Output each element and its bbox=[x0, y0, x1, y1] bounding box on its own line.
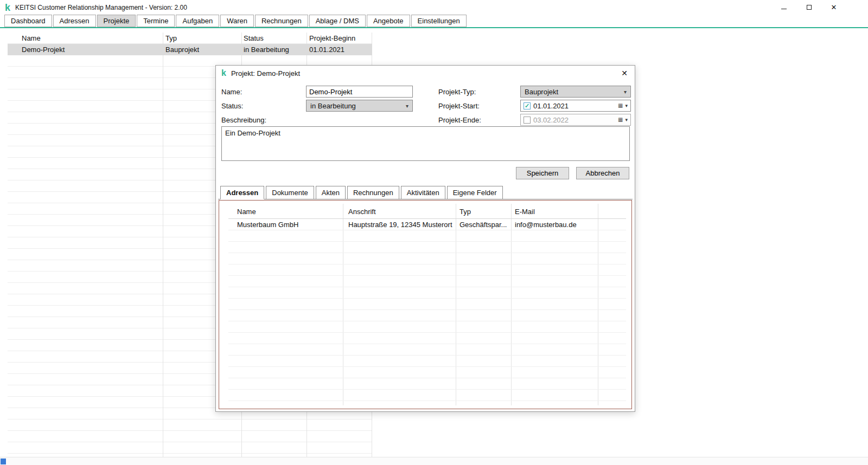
column-header-projekt-beginn[interactable]: Projekt-Beginn bbox=[309, 34, 355, 42]
dialog-tab-aktivitaeten[interactable]: Aktivitäten bbox=[401, 186, 445, 199]
nav-accent-line bbox=[0, 27, 868, 28]
status-select[interactable]: in Bearbeitung ▾ bbox=[306, 100, 413, 112]
addresses-table-header: Name Anschrift Typ E-Mail bbox=[228, 204, 626, 219]
cell-beginn: 01.01.2021 bbox=[309, 46, 344, 54]
projekt-ende-label: Projekt-Ende: bbox=[438, 116, 481, 124]
column-header-status[interactable]: Status bbox=[244, 34, 264, 42]
tab-rechnungen[interactable]: Rechnungen bbox=[255, 15, 308, 27]
datepicker-buttons[interactable]: ▦ ▾ bbox=[618, 103, 628, 108]
dialog-tabs: Adressen Dokumente Akten Rechnungen Akti… bbox=[218, 186, 633, 199]
horizontal-scrollbar[interactable] bbox=[0, 457, 868, 465]
projekt-start-value: 01.01.2021 bbox=[533, 102, 569, 110]
column-header-anschrift[interactable]: Anschrift bbox=[348, 208, 376, 216]
datepicker-buttons[interactable]: ▦ ▾ bbox=[618, 117, 628, 122]
addresses-table-body: Musterbaum GmbH Hauptstraße 19, 12345 Mu… bbox=[228, 219, 626, 405]
calendar-icon: ▦ bbox=[618, 103, 623, 108]
tab-adressen[interactable]: Adressen bbox=[53, 15, 96, 27]
cell-name: Musterbaum GmbH bbox=[237, 221, 298, 229]
column-header-name[interactable]: Name bbox=[22, 34, 41, 42]
tab-ablage-dms[interactable]: Ablage / DMS bbox=[309, 15, 366, 27]
tab-waren[interactable]: Waren bbox=[220, 15, 254, 27]
dialog-tab-rechnungen[interactable]: Rechnungen bbox=[347, 186, 399, 199]
chevron-down-icon: ▾ bbox=[406, 103, 409, 109]
dialog-tab-dokumente[interactable]: Dokumente bbox=[266, 186, 314, 199]
tab-termine[interactable]: Termine bbox=[137, 15, 175, 27]
dialog-logo-icon: k bbox=[221, 69, 226, 78]
close-icon: ✕ bbox=[831, 4, 837, 11]
tab-aufgaben[interactable]: Aufgaben bbox=[176, 15, 219, 27]
save-button[interactable]: Speichern bbox=[516, 167, 569, 179]
project-dialog: k Projekt: Demo-Projekt ✕ Name: Status: … bbox=[215, 65, 635, 412]
app-logo-icon: k bbox=[5, 3, 10, 12]
projekt-typ-select-value: Bauprojekt bbox=[525, 88, 558, 96]
chevron-down-icon: ▾ bbox=[625, 118, 628, 122]
close-button[interactable]: ✕ bbox=[821, 0, 846, 15]
cell-name: Demo-Projekt bbox=[22, 46, 65, 54]
tab-projekte[interactable]: Projekte bbox=[97, 15, 136, 27]
maximize-button[interactable] bbox=[796, 0, 821, 15]
name-label: Name: bbox=[221, 88, 242, 96]
table-row[interactable]: Demo-Projekt Bauprojekt in Bearbeitung 0… bbox=[8, 44, 372, 55]
cell-typ: Geschäftspar... bbox=[459, 221, 507, 229]
dialog-tab-adressen[interactable]: Adressen bbox=[220, 186, 264, 199]
dialog-titlebar: k Projekt: Demo-Projekt ✕ bbox=[216, 66, 635, 81]
dialog-tab-akten[interactable]: Akten bbox=[316, 186, 346, 199]
tab-angebote[interactable]: Angebote bbox=[367, 15, 410, 27]
projekt-ende-datepicker[interactable]: 03.02.2022 ▦ ▾ bbox=[520, 114, 631, 126]
scrollbar-thumb[interactable] bbox=[1, 458, 6, 464]
projekt-start-datepicker[interactable]: ✓ 01.01.2021 ▦ ▾ bbox=[520, 100, 631, 112]
calendar-icon: ▦ bbox=[618, 117, 623, 122]
addresses-panel: Name Anschrift Typ E-Mail Musterbaum Gmb… bbox=[219, 200, 632, 409]
column-header-typ[interactable]: Typ bbox=[459, 208, 471, 216]
beschreibung-label: Beschreibung: bbox=[221, 116, 266, 124]
tab-einstellungen[interactable]: Einstellungen bbox=[411, 15, 467, 27]
status-label: Status: bbox=[221, 102, 243, 110]
cancel-button[interactable]: Abbrechen bbox=[576, 167, 629, 179]
chevron-down-icon: ▾ bbox=[624, 89, 627, 95]
minimize-button[interactable] bbox=[771, 0, 796, 15]
projekt-ende-value: 03.02.2022 bbox=[533, 116, 569, 124]
column-header-typ[interactable]: Typ bbox=[165, 34, 177, 42]
check-icon: ✓ bbox=[525, 103, 529, 109]
tab-dashboard[interactable]: Dashboard bbox=[4, 15, 52, 27]
main-nav: Dashboard Adressen Projekte Termine Aufg… bbox=[0, 15, 868, 27]
window-controls: ✕ bbox=[771, 0, 846, 15]
projekt-ende-checkbox[interactable] bbox=[524, 117, 531, 124]
projekt-typ-label: Projekt-Typ: bbox=[438, 88, 476, 96]
minimize-icon bbox=[781, 9, 787, 9]
cell-typ: Bauprojekt bbox=[165, 46, 199, 54]
dialog-tab-eigene-felder[interactable]: Eigene Felder bbox=[447, 186, 503, 199]
chevron-down-icon: ▾ bbox=[625, 104, 628, 108]
titlebar: k KEITSI Customer Relationship Managemen… bbox=[0, 0, 868, 15]
cell-status: in Bearbeitung bbox=[244, 46, 289, 54]
description-textarea[interactable]: Ein Demo-Projekt bbox=[221, 126, 630, 161]
addresses-table: Name Anschrift Typ E-Mail Musterbaum Gmb… bbox=[228, 204, 626, 405]
cell-anschrift: Hauptstraße 19, 12345 Musterort bbox=[348, 221, 452, 229]
status-select-value: in Bearbeitung bbox=[310, 102, 356, 110]
table-row[interactable]: Musterbaum GmbH Hauptstraße 19, 12345 Mu… bbox=[228, 219, 626, 230]
column-header-email[interactable]: E-Mail bbox=[515, 208, 535, 216]
cell-email: info@musterbau.de bbox=[515, 221, 577, 229]
projekt-typ-select[interactable]: Bauprojekt ▾ bbox=[520, 86, 631, 98]
dialog-title: Projekt: Demo-Projekt bbox=[231, 69, 300, 78]
maximize-icon bbox=[807, 5, 812, 10]
projekt-start-checkbox[interactable]: ✓ bbox=[524, 102, 531, 109]
dialog-close-button[interactable]: ✕ bbox=[620, 69, 629, 77]
projekt-start-label: Projekt-Start: bbox=[438, 102, 480, 110]
name-input[interactable] bbox=[306, 86, 413, 98]
app-window: k KEITSI Customer Relationship Managemen… bbox=[0, 0, 868, 465]
column-divider bbox=[163, 33, 163, 457]
window-title: KEITSI Customer Relationship Management … bbox=[15, 4, 187, 11]
column-header-name[interactable]: Name bbox=[237, 208, 256, 216]
